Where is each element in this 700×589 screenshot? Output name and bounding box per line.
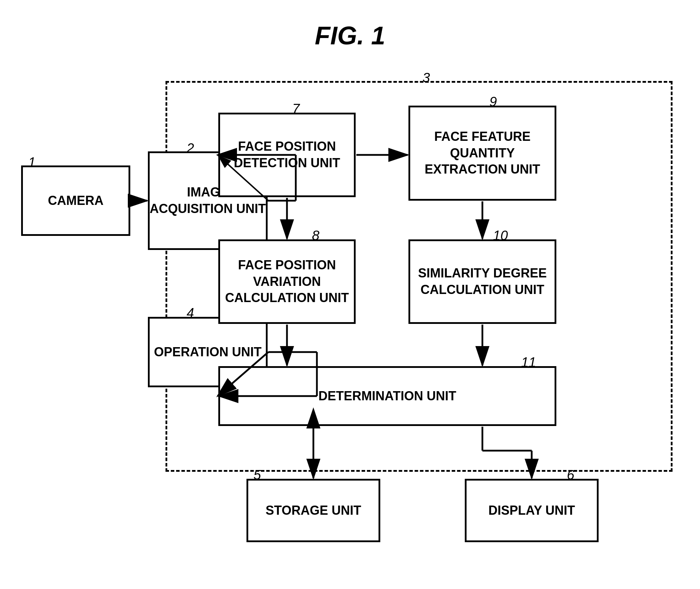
ref-10: 10: [493, 228, 508, 243]
ref-2: 2: [187, 141, 194, 156]
ref-6: 6: [567, 468, 574, 483]
face-position-variation-box: FACE POSITION VARIATION CALCULATION UNIT: [218, 239, 356, 324]
face-feature-box: FACE FEATURE QUANTITY EXTRACTION UNIT: [408, 106, 556, 201]
ref-1: 1: [28, 155, 36, 170]
ref-8: 8: [312, 228, 319, 243]
ref-5: 5: [254, 468, 261, 483]
figure-title: FIG. 1: [315, 21, 385, 50]
face-position-detection-box: FACE POSITION DETECTION UNIT: [218, 113, 356, 197]
diagram-container: FIG. 1 3 CAMERA 1 IMAGE ACQUISITION UNIT…: [0, 0, 700, 589]
display-unit-box: DISPLAY UNIT: [465, 479, 599, 542]
ref-3: 3: [423, 70, 430, 86]
determination-box: DETERMINATION UNIT: [218, 366, 556, 426]
ref-9: 9: [489, 94, 497, 109]
ref-4: 4: [187, 306, 194, 321]
similarity-box: SIMILARITY DEGREE CALCULATION UNIT: [408, 239, 556, 324]
ref-7: 7: [292, 101, 300, 117]
camera-box: CAMERA: [21, 165, 130, 236]
ref-11: 11: [521, 355, 536, 370]
storage-unit-box: STORAGE UNIT: [246, 479, 380, 542]
